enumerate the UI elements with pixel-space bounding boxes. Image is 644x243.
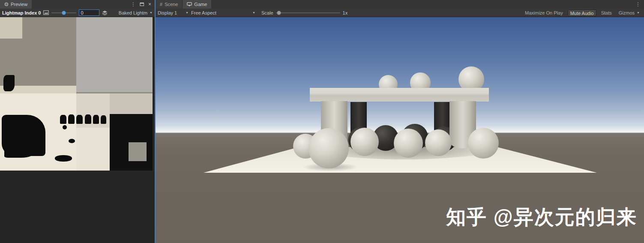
sphere [309, 128, 349, 168]
tabbar-spacer [32, 0, 127, 9]
lightmap-preview[interactable] [0, 17, 153, 171]
lightmap-glyph [93, 115, 99, 124]
preview-tabbar: Preview ⋮ × [0, 0, 155, 9]
aspect-dropdown-label: Free Aspect [191, 10, 216, 15]
lightmap-glyph [101, 115, 106, 124]
lightmap-patch [0, 17, 22, 39]
game-tabbar: # Scene Game ⋮ [156, 0, 644, 9]
lightmap-patch [76, 128, 110, 171]
tab-game-label: Game [194, 2, 207, 7]
tab-game[interactable]: Game [183, 0, 211, 9]
gizmos-dropdown[interactable]: Gizmos ▼ [617, 9, 642, 16]
gizmos-dropdown-label: Gizmos [619, 9, 635, 16]
stats-button[interactable]: Stats [599, 9, 614, 16]
lightmap-index-label: Lightmap Index 0 [2, 10, 41, 15]
chevron-down-icon: ▼ [186, 11, 189, 14]
lightmap-shadow-blob [63, 125, 67, 129]
lightmap-patch [110, 93, 153, 114]
exposure-slider-handle[interactable] [62, 11, 66, 15]
scale-value: 1x [343, 10, 348, 15]
chevron-down-icon: ▼ [252, 11, 255, 14]
lightmap-glyph [68, 114, 75, 124]
sphere [394, 129, 423, 158]
menu-dots-icon[interactable]: ⋮ [635, 0, 641, 9]
lightmap-patch [76, 17, 153, 92]
scale-slider[interactable] [276, 9, 340, 17]
display-dropdown-label: Display 1 [158, 10, 177, 15]
display-dropdown[interactable]: Display 1 ▼ [158, 10, 189, 15]
preview-panel: Preview ⋮ × Lightmap Index 0 [0, 0, 155, 243]
scale-label: Scale [261, 10, 273, 15]
game-window-controls: ⋮ [632, 0, 644, 9]
tab-scene-label: Scene [165, 2, 178, 7]
scale-slider-handle[interactable] [277, 11, 281, 15]
tabbar-spacer [211, 0, 632, 9]
tab-scene[interactable]: # Scene [156, 0, 182, 9]
sphere [468, 128, 499, 159]
aspect-dropdown[interactable]: Free Aspect ▼ [191, 10, 255, 15]
lightmap-glyph [76, 115, 83, 124]
scale-slider-track [276, 12, 340, 13]
lightmap-shadow-blob [69, 139, 75, 143]
chevron-down-icon: ▼ [637, 9, 640, 16]
mute-audio-button[interactable]: Mute Audio [568, 9, 596, 16]
baked-lightmap-dropdown[interactable]: Baked Lightm ▼ [119, 10, 153, 15]
game-panel: # Scene Game ⋮ Display 1 ▼ Free A [156, 0, 644, 243]
preview-window-controls: ⋮ × [127, 0, 155, 9]
close-icon[interactable]: × [148, 0, 151, 9]
preview-toolbar: Lightmap Index 0 Baked Lightm ▼ [0, 9, 155, 17]
lightmap-patch [129, 142, 147, 161]
preview-icon [4, 2, 9, 6]
game-viewport[interactable]: 知乎 @异次元的归来 [156, 17, 644, 243]
chevron-down-icon: ▼ [150, 11, 153, 14]
scene-icon: # [160, 2, 162, 7]
sphere [350, 128, 379, 156]
float-window-icon[interactable] [140, 2, 144, 6]
unity-editor-window: Preview ⋮ × Lightmap Index 0 [0, 0, 644, 243]
lightmap-patch [3, 75, 15, 91]
watermark: 知乎 @异次元的归来 [446, 204, 643, 231]
game-toolbar: Display 1 ▼ Free Aspect ▼ Scale 1x Maxim… [156, 9, 644, 17]
tab-preview[interactable]: Preview [0, 0, 32, 9]
lightmap-shadow-blob [55, 155, 72, 162]
lightmap-index-input[interactable] [79, 9, 99, 16]
lightmap-glyph [85, 114, 91, 124]
exposure-slider[interactable] [51, 9, 76, 17]
sphere [425, 129, 452, 156]
texture-icon[interactable] [43, 10, 49, 15]
game-icon [187, 2, 192, 6]
tab-preview-label: Preview [11, 2, 27, 7]
baked-lightmap-dropdown-label: Baked Lightm [119, 10, 147, 15]
layers-icon[interactable] [102, 10, 108, 15]
maximize-on-play-button[interactable]: Maximize On Play [523, 9, 565, 16]
lightmap-shadow-blob [4, 145, 35, 158]
lightmap-glyph [60, 115, 66, 124]
menu-dots-icon[interactable]: ⋮ [131, 0, 136, 9]
table-top [310, 88, 489, 102]
